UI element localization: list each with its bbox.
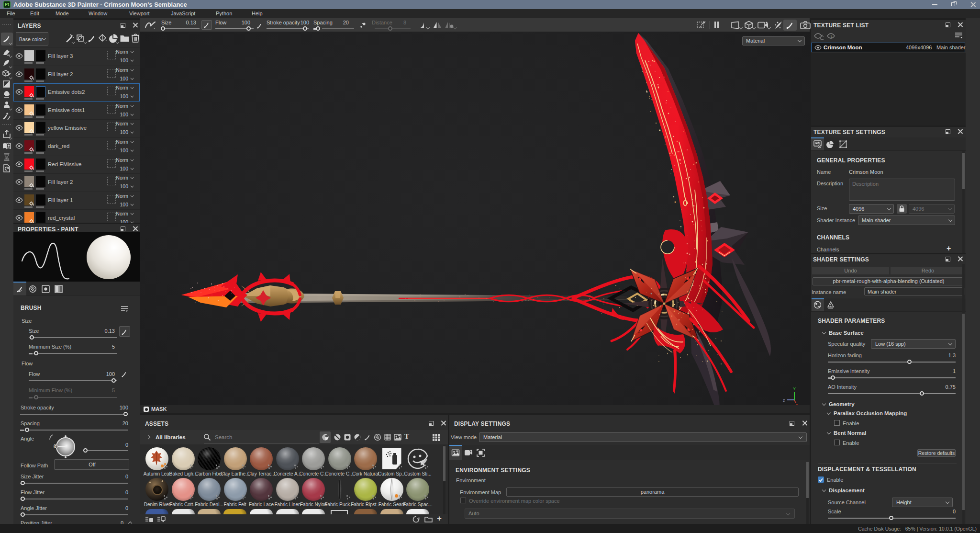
svg-text:z: z xyxy=(783,398,785,403)
svg-text:1: 1 xyxy=(830,34,833,39)
svg-text:Y: Y xyxy=(793,386,796,391)
